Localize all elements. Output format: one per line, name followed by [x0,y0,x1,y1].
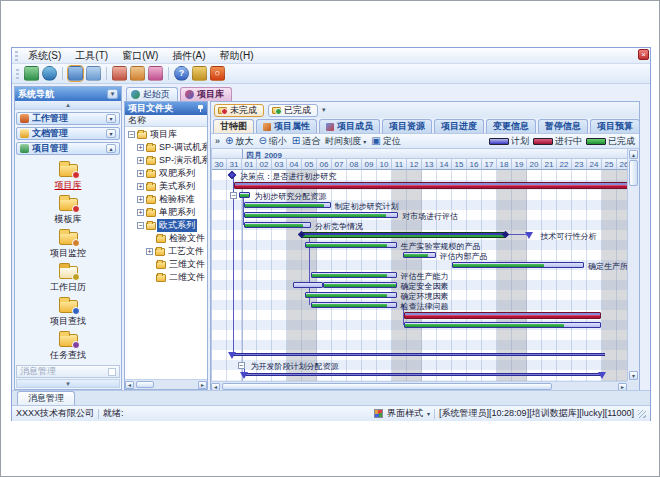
expand-icon[interactable]: + [137,144,144,151]
menu-item-0[interactable]: 系统(S) [22,48,67,64]
milestone-diamond-icon[interactable] [228,171,236,179]
summary-in-progress-bar[interactable] [404,312,601,319]
tab-message-management[interactable]: 消息管理 [17,391,75,405]
task-bar[interactable] [244,212,399,218]
task-bar[interactable] [244,202,331,208]
tree-item-欧式系列[interactable]: −欧式系列 [125,219,207,232]
task-bar[interactable] [239,192,250,198]
calendar-red-icon[interactable] [112,66,127,81]
task-bar[interactable] [311,302,397,308]
sidebar-item-项目查找[interactable]: 项目查找 [15,296,121,329]
pin-icon[interactable] [197,105,204,112]
toolbar-overflow-icon[interactable]: » [215,136,220,146]
sidebar-item-项目监控[interactable]: 项目监控 [15,228,121,261]
scroll-up-icon[interactable]: ▴ [629,150,638,159]
tree-item-三维文件[interactable]: 三维文件 [125,258,207,271]
close-icon[interactable]: × [638,49,649,60]
gantt-vertical-scrollbar[interactable]: ▴ ▾ [627,149,639,381]
menu-item-3[interactable]: 插件(A) [166,48,211,64]
sidebar-group-工作管理[interactable]: 工作管理▾ [16,112,120,125]
task-bar[interactable] [305,242,397,248]
scrollbar-thumb[interactable] [136,381,154,388]
lock-icon[interactable] [192,66,207,81]
zoom-in-button[interactable]: ⊕放大 [225,135,253,148]
expand-icon[interactable]: + [137,183,144,190]
summary-line-bar[interactable] [244,373,603,376]
sidebar-bottom-chevron[interactable]: ▾ [16,379,120,388]
task-bar[interactable] [404,322,601,328]
gantt-tab-暂停信息[interactable]: 暂停信息 [538,119,588,133]
power-icon[interactable]: ○ [210,66,225,81]
timescale-dropdown[interactable]: 时间刻度▾ [325,135,366,148]
scroll-left-icon[interactable]: ◂ [125,381,134,389]
tab-项目库[interactable]: 项目库 [180,87,232,101]
sidebar-item-工作日历[interactable]: 工作日历 [15,262,121,295]
interface-style-button[interactable]: 界面样式 [387,407,423,420]
sidebar-group-项目管理[interactable]: 项目管理▴ [16,142,120,155]
summary-completed-bar[interactable] [301,232,505,238]
scroll-down-icon[interactable]: ▾ [629,371,638,380]
summary-line-bar[interactable] [232,353,605,356]
sidebar-collapsed-group[interactable]: 消息管理 [16,365,120,378]
tree-item-美式系列[interactable]: +美式系列 [125,180,207,193]
chevron-down-icon[interactable]: ▾ [106,129,116,138]
chevron-down-icon[interactable]: ▾ [427,410,430,417]
filter-未完成[interactable]: 未完成 [214,104,264,117]
sidebar-group-文档管理[interactable]: 文档管理▾ [16,127,120,140]
filter-expand-chevron-icon[interactable]: ▾ [322,106,326,114]
sidebar-collapse-strip[interactable]: ▴ [15,101,121,110]
calendar-orange-icon[interactable] [130,66,145,81]
expand-icon[interactable]: + [137,157,144,164]
scrollbar-thumb[interactable] [222,383,552,390]
tree-item-单肥系列[interactable]: +单肥系列 [125,206,207,219]
tree-item-SP-调试机系[interactable]: +SP-调试机系 [125,141,207,154]
zoom-out-button[interactable]: ⊖缩小 [258,135,286,148]
task-bar[interactable] [244,222,312,228]
tree-item-二维文件[interactable]: 二维文件 [125,271,207,284]
folder-icon[interactable] [68,66,83,81]
expand-icon[interactable]: + [146,248,153,255]
expand-icon[interactable]: + [137,196,144,203]
chevron-down-icon[interactable]: ▾ [106,114,116,123]
globe-icon[interactable] [42,66,57,81]
task-bar[interactable] [403,252,436,258]
tree-item-SP-演示机系[interactable]: +SP-演示机系 [125,154,207,167]
gantt-tab-项目成员[interactable]: 项目成员 [319,119,380,133]
sidebar-item-模板库[interactable]: 模板库 [15,194,121,227]
help-icon[interactable]: ? [174,66,189,81]
tree-column-header[interactable]: 名称 [125,115,207,127]
expand-icon[interactable]: + [137,170,144,177]
resize-grip[interactable] [638,410,646,418]
tree-item-检验标准[interactable]: +检验标准 [125,193,207,206]
collapse-icon[interactable]: − [128,131,135,138]
scrollbar-thumb[interactable] [629,160,638,186]
collapse-icon[interactable]: − [230,192,237,199]
task-bar[interactable] [311,272,397,278]
tree-item-双肥系列[interactable]: +双肥系列 [125,167,207,180]
tree-item-检验文件[interactable]: 检验文件 [125,232,207,245]
expand-icon[interactable]: + [137,209,144,216]
menu-item-4[interactable]: 帮助(H) [214,48,260,64]
gantt-tab-项目进度[interactable]: 项目进度 [434,119,484,133]
locate-button[interactable]: ▣定位 [371,135,400,148]
menu-item-1[interactable]: 工具(T) [69,48,114,64]
tree-item-项目库[interactable]: −项目库 [125,128,207,141]
summary-in-progress-bar[interactable] [234,182,627,189]
scroll-right-icon[interactable]: ▸ [198,381,207,389]
gantt-tab-变更信息[interactable]: 变更信息 [486,119,536,133]
milestone-pentagon-icon[interactable] [525,232,533,239]
tree-horizontal-scrollbar[interactable]: ◂ ▸ [125,379,207,389]
fit-button[interactable]: ⊞适合 [292,135,320,148]
task-bar[interactable] [293,282,323,288]
chevron-up-icon[interactable]: ▴ [106,144,116,153]
menu-item-2[interactable]: 窗口(W) [116,48,164,64]
calendar-pink-icon[interactable] [148,66,163,81]
task-bar[interactable] [452,262,584,268]
gantt-tab-项目预算[interactable]: 项目预算 [590,119,640,133]
folders-icon[interactable] [86,66,101,81]
gantt-tab-项目属性[interactable]: 项目属性 [256,119,317,133]
sidebar-item-任务查找[interactable]: 任务查找 [15,330,121,363]
filter-已完成[interactable]: 已完成 [268,104,318,117]
sidebar-item-项目库[interactable]: 项目库 [15,160,121,193]
tab-起始页[interactable]: 起始页 [126,87,178,101]
